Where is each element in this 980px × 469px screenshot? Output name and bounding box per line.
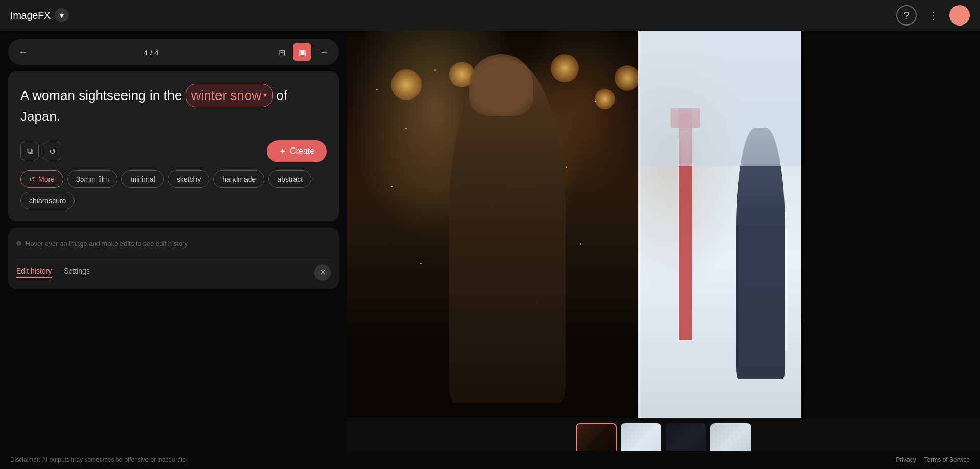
prev-button[interactable]: ← [16, 45, 30, 60]
more-styles-button[interactable]: ↺ More [20, 170, 63, 188]
action-row: ⧉ ↺ ✦ Create [20, 134, 327, 168]
tab-settings[interactable]: Settings [64, 267, 90, 278]
history-dot-icon [16, 241, 21, 246]
disclaimer-text: Disclaimer: AI outputs may sometimes be … [10, 456, 186, 463]
footer: Disclaimer: AI outputs may sometimes be … [0, 451, 980, 469]
main-content [347, 31, 980, 469]
footer-links: Privacy Terms of Service [896, 456, 970, 463]
create-button[interactable]: ✦ Create [267, 140, 327, 162]
create-button-label: Create [290, 146, 314, 156]
avatar[interactable] [949, 5, 970, 26]
style-chip-label: abstract [277, 175, 303, 183]
more-label: More [38, 175, 55, 183]
style-chip-35mm[interactable]: 35mm film [67, 170, 118, 188]
style-chip-handmade[interactable]: handmade [213, 170, 264, 188]
header: ImageFX ▾ ? ⋮ [0, 0, 980, 31]
close-icon: ✕ [320, 267, 326, 277]
chip-text: winter snow [191, 86, 261, 105]
next-button[interactable]: → [317, 45, 331, 60]
copy-icon: ⧉ [27, 146, 33, 156]
action-icons: ⧉ ↺ [20, 142, 61, 160]
style-chip-label: minimal [130, 175, 155, 183]
create-star-icon: ✦ [279, 146, 286, 156]
prompt-area: A woman sightseeing in the winter snow ▾… [8, 71, 339, 221]
prompt-text: A woman sightseeing in the winter snow ▾… [20, 84, 327, 126]
single-view-button[interactable]: ▣ [293, 43, 311, 61]
refresh-button[interactable]: ↺ [43, 142, 61, 160]
menu-button[interactable]: ⋮ [923, 5, 943, 26]
side-image[interactable] [638, 31, 801, 418]
style-chip-sketchy[interactable]: sketchy [168, 170, 209, 188]
close-history-button[interactable]: ✕ [314, 264, 331, 281]
help-icon: ? [903, 10, 909, 21]
style-chip-abstract[interactable]: abstract [268, 170, 311, 188]
style-chips: ↺ More 35mm film minimal sketchy handmad… [20, 170, 327, 209]
style-chip-minimal[interactable]: minimal [121, 170, 163, 188]
style-chip-label: chiaroscuro [29, 196, 66, 205]
header-right: ? ⋮ [896, 5, 970, 26]
history-panel: Hover over an image and make edits to se… [8, 228, 339, 289]
single-icon: ▣ [299, 47, 306, 57]
tab-edit-history[interactable]: Edit history [16, 267, 52, 278]
refresh-icon: ↺ [49, 146, 56, 156]
tab-group: Edit history Settings [16, 267, 90, 278]
history-tabs: Edit history Settings ✕ [16, 258, 331, 281]
left-panel: ← 4 / 4 ⊞ ▣ → A woman sightseeing in the… [0, 31, 347, 469]
help-button[interactable]: ? [896, 5, 917, 26]
page-counter: 4 / 4 [36, 48, 266, 57]
style-chip-label: sketchy [177, 175, 201, 183]
main-image[interactable] [347, 31, 638, 418]
images-area [347, 31, 980, 418]
history-message: Hover over an image and make edits to se… [16, 236, 331, 258]
view-toggle: ⊞ ▣ [273, 43, 311, 61]
style-chip-label: 35mm film [76, 175, 109, 183]
prompt-prefix: A woman sightseeing in the [20, 88, 182, 103]
grid-icon: ⊞ [279, 47, 285, 57]
chip-dropdown-icon: ▾ [263, 90, 267, 101]
header-left: ImageFX ▾ [10, 8, 69, 22]
privacy-link[interactable]: Privacy [896, 456, 916, 463]
more-vert-icon: ⋮ [928, 9, 938, 21]
prompt-chip[interactable]: winter snow ▾ [186, 84, 273, 107]
more-refresh-icon: ↺ [29, 175, 35, 183]
logo-dropdown-button[interactable]: ▾ [55, 8, 69, 22]
app-logo: ImageFX [10, 10, 51, 21]
copy-button[interactable]: ⧉ [20, 142, 39, 160]
grid-view-button[interactable]: ⊞ [273, 43, 291, 61]
chevron-down-icon: ▾ [60, 11, 64, 20]
style-chip-label: handmade [222, 175, 256, 183]
navigation-bar: ← 4 / 4 ⊞ ▣ → [8, 39, 339, 65]
style-chip-chiaroscuro[interactable]: chiaroscuro [20, 192, 75, 209]
terms-link[interactable]: Terms of Service [924, 456, 970, 463]
history-message-text: Hover over an image and make edits to se… [26, 240, 188, 248]
